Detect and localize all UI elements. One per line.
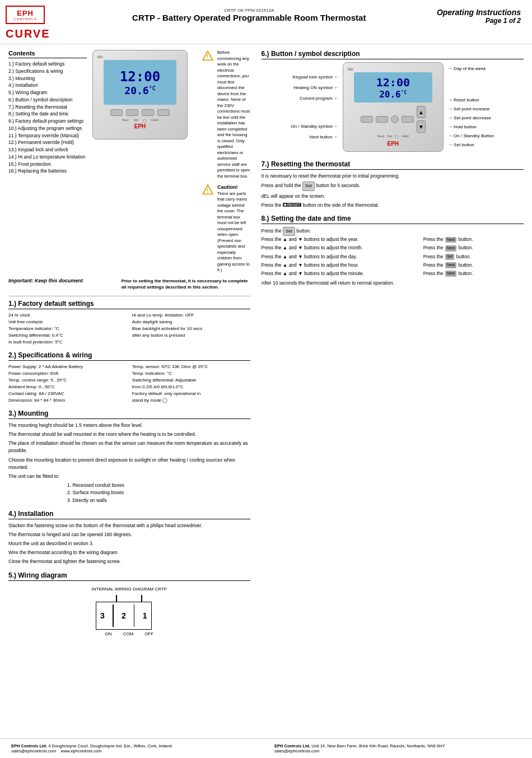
para: Press the Set button.: [262, 227, 524, 236]
dt-right: Press the Set button.: [423, 253, 524, 261]
list-item: 1. Recessed conduit boxes: [67, 482, 124, 489]
list-item: Temperature indicator: °C: [8, 325, 127, 332]
list-item: In built frost protection: 5°C: [8, 339, 127, 346]
terminal-num: 1: [143, 611, 147, 620]
logo-box: EPH CONTROLS: [6, 6, 45, 24]
dt-left: Press the ▲ and ▼ buttons to adjust the …: [262, 253, 412, 261]
set-button-img: [126, 109, 138, 116]
spec-item: Dimensions: 84 * 84 * 30mm: [8, 397, 127, 404]
dt-right: Press the Next button.: [423, 244, 524, 252]
label-program: Current program ←: [291, 93, 338, 104]
thermostat-time: 12:00: [120, 69, 160, 85]
spec-item: Switching differential: Adjustable: [132, 377, 250, 384]
spec-item: Temp. sensor: NTC 10K Ohm @ 25°C: [132, 364, 250, 370]
spec-item: Power Supply: 2 * AA Alkaline Battery: [8, 364, 127, 370]
caution-text: Caution! There are parts that carry main…: [217, 184, 250, 273]
list-item: 24 hr clock: [8, 312, 127, 319]
section-3-title: 3.) Mounting: [8, 410, 250, 419]
footer-left-email: sales@ephcontrols.com: [11, 748, 56, 754]
section-3-content: The mounting height should be 1.5 meters…: [8, 422, 250, 504]
list-item: 2. Surface mounting boxes: [67, 489, 124, 496]
hold-button-img: [157, 109, 170, 116]
list-item: 3.) Mounting: [8, 75, 87, 82]
logo-controls: CONTROLS: [13, 17, 36, 21]
important-note: Important: Keep this document Prior to s…: [8, 278, 250, 290]
label-set-btn: → Set button: [448, 141, 494, 150]
label-keypad: Keypad lock symbol ←: [291, 72, 338, 82]
section-1: 1.) Factory default settings 24 hr clock…: [8, 300, 250, 346]
spec-item: Ambient temp: 0...50°C: [8, 384, 127, 390]
spec-item: Contact rating: 8A / 230VAC: [8, 390, 127, 397]
onoff-btn-device[interactable]: [391, 115, 399, 123]
date-row-hour: Press the ▲ and ▼ buttons to adjust the …: [262, 262, 524, 269]
date-row-month: Press the ▲ and ▼ buttons to adjust the …: [262, 244, 524, 252]
list-item: 1.) Factory default settings: [8, 61, 87, 68]
terminal-on: ON: [105, 631, 111, 636]
list-item: 16.) Replacing the batteries: [8, 168, 87, 175]
list-item: 13.) Keypad lock and unlock: [8, 146, 87, 154]
brand-label: EPH: [134, 123, 146, 129]
btn-labels-right: → Day of the week → Reset button → Set p…: [448, 64, 494, 150]
list-item: 5.) Wiring diagram: [8, 89, 87, 96]
dt-right: Press the Next button.: [423, 262, 524, 269]
label-onstandby-btn: → On / Standby Button: [448, 132, 494, 141]
para: Slacken the fastening screw on the botto…: [8, 522, 250, 529]
section-7-content: It is necessary to reset the thermostat …: [262, 173, 524, 209]
important-italic: Important: Keep this document: [8, 278, 116, 283]
section-2: 2.) Specifications & wiring Power Supply…: [8, 351, 250, 404]
up-arrow-btn[interactable]: ▲: [417, 106, 426, 118]
section-6-title: 6.) Button / symbol description: [262, 50, 524, 59]
dt-left: Press the ▲ and ▼ buttons to adjust the …: [262, 262, 412, 269]
arrow-buttons: ▲ ▼: [417, 106, 426, 133]
dt-right: Press the Next button.: [423, 270, 524, 277]
reset-button-symbol: ■ RESET: [283, 203, 302, 207]
section-8-content: Press the Set button. Press the ▲ and ▼ …: [262, 227, 524, 287]
set-btn-device[interactable]: [376, 116, 388, 123]
device-controls: ▲ ▼: [361, 106, 426, 133]
section-3: 3.) Mounting The mounting height should …: [8, 410, 250, 504]
footer: EPH Controls Ltd. 4 Doughcloyne Court, D…: [0, 738, 532, 758]
next-btn-device[interactable]: [361, 116, 373, 123]
para: The thermostat is hinged and can be open…: [8, 531, 250, 538]
contents-section: Contents 1.) Factory default settings 2.…: [8, 50, 87, 268]
list-item: 8.) Setting the date and time: [8, 110, 87, 118]
thermostat-buttons: [110, 109, 170, 116]
header-right: Operating Instructions Page 1 of 2: [437, 6, 521, 25]
down-arrow-btn[interactable]: ▼: [417, 120, 426, 133]
section-4-title: 4.) Installation: [8, 510, 250, 519]
label-heating: Heating ON symbol ←: [291, 82, 338, 93]
list-item: Auto daylight saving: [132, 319, 250, 325]
dt-left: Press the ▲ and ▼ buttons to adjust the …: [262, 244, 412, 252]
logo-curve: CURVE: [6, 27, 50, 40]
logo-eph: EPH: [17, 9, 34, 17]
next-button-img: [110, 109, 123, 116]
divider-v2: [134, 604, 135, 627]
terminal-names: ON COM OFF: [105, 631, 153, 636]
svg-text:!: !: [207, 54, 208, 60]
terminal-1: 1: [143, 611, 147, 620]
footer-right-address: Unit 14, New Barn Farm, Brick Kiln Road,…: [311, 743, 445, 748]
contents-title: Contents: [8, 50, 87, 58]
specs-left: Power Supply: 2 * AA Alkaline Battery Po…: [8, 364, 127, 404]
set-btn-symbol: Set: [283, 227, 295, 236]
neccessary-text: Prior to setting the thermostat, it is n…: [122, 278, 250, 290]
list-item: 2.) Specifications & wiring: [8, 68, 87, 75]
hold-btn-device[interactable]: [402, 116, 414, 123]
set-button-symbol: Set: [302, 182, 315, 190]
para: Press and hold the Set button for 5 seco…: [262, 182, 524, 190]
footer-right: EPH Controls Ltd. Unit 14, New Barn Farm…: [274, 743, 521, 754]
device-screen-right: 12:00 20.6°C: [354, 72, 432, 103]
footer-right-email: sales@ephcontrols.com: [274, 748, 319, 754]
para: The unit can be fitted to:: [8, 473, 250, 480]
spec-item: Factory default: only operational in: [132, 390, 250, 397]
warning-box-electrical: ! Before commencing any work on the elec…: [202, 50, 250, 179]
list-item: 6.) Button / symbol description: [8, 96, 87, 104]
section-2-title: 2.) Specifications & wiring: [8, 351, 250, 361]
list-item: Volt free contacts: [8, 319, 127, 325]
para: The place of installation should be chos…: [8, 440, 250, 454]
list-item: 14.) Hi and Lo temperature limitation: [8, 154, 87, 161]
spec-item: stand by mode ◯: [132, 397, 250, 404]
para: The mounting height should be 1.5 meters…: [8, 422, 250, 429]
doc-number: CRTP OE PPM 021512A: [62, 8, 437, 13]
list-item: Hi and Lo temp. limitation: OFF: [132, 312, 250, 319]
